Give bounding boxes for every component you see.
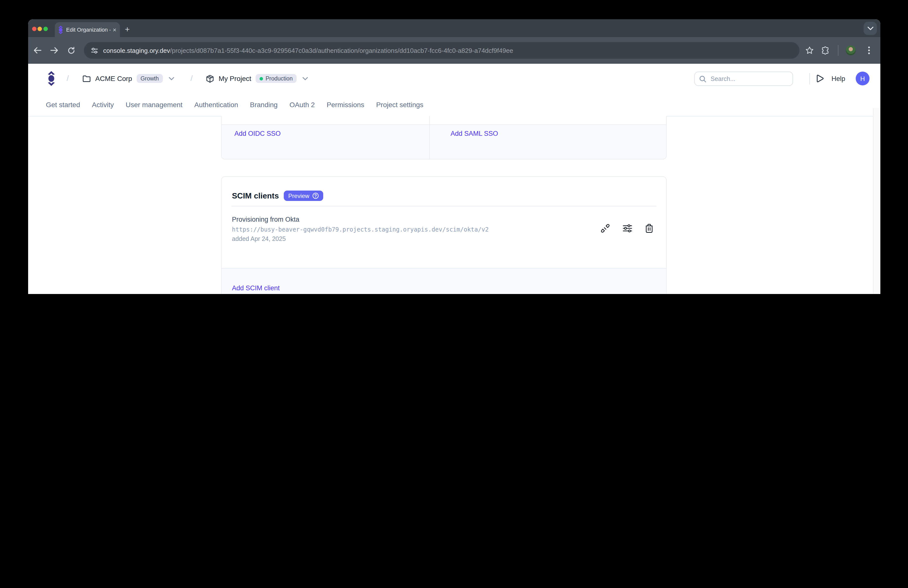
user-avatar[interactable]: H (856, 72, 869, 85)
site-settings-icon[interactable] (91, 47, 98, 53)
forward-arrow-icon (50, 47, 58, 54)
scim-card: SCIM clients Preview Provisioning from O… (221, 176, 667, 294)
ory-favicon-icon (58, 26, 63, 34)
search-input[interactable] (710, 75, 781, 83)
production-dot (259, 77, 263, 80)
ory-logo-icon (47, 71, 55, 86)
scim-card-footer: Add SCIM client (222, 268, 666, 294)
add-saml-sso-link[interactable]: Add SAML SSO (451, 130, 498, 137)
nav-item-activity[interactable]: Activity (92, 101, 114, 109)
search-box[interactable] (694, 72, 793, 86)
scim-divider (232, 206, 656, 206)
forward-button[interactable] (48, 44, 61, 57)
browser-menu-button[interactable] (863, 44, 876, 57)
scim-client-url: https://busy-beaver-gqwvd0fb79.projects.… (232, 226, 489, 233)
browser-profile-avatar[interactable] (846, 45, 856, 55)
star-icon (805, 47, 813, 54)
chevron-down-icon (867, 27, 873, 30)
chevron-down-icon (303, 77, 308, 80)
nav-item-permissions[interactable]: Permissions (327, 101, 364, 109)
sso-card-footer (222, 125, 666, 159)
browser-window: Edit Organization - Ory Console × + cons… (28, 19, 881, 294)
chevron-down-icon (169, 77, 174, 80)
puzzle-icon (821, 46, 829, 55)
add-scim-client-link[interactable]: Add SCIM client (232, 284, 280, 292)
help-link[interactable]: Help (832, 64, 845, 93)
nav-item-oauth2[interactable]: OAuth 2 (290, 101, 315, 109)
tab-title: Edit Organization - Ory Console (66, 27, 111, 32)
nav-item-user-management[interactable]: User management (126, 101, 182, 109)
project-switcher[interactable]: My Project Production (206, 64, 308, 93)
tab-strip: Edit Organization - Ory Console × + (28, 19, 881, 37)
add-oidc-sso-link[interactable]: Add OIDC SSO (234, 130, 281, 137)
url-domain: console.staging.ory.dev (103, 47, 170, 54)
close-tab-icon[interactable]: × (113, 26, 116, 33)
kebab-menu-icon (868, 47, 870, 54)
new-tab-button[interactable]: + (121, 23, 134, 36)
screenshot-stage: Edit Organization - Ory Console × + cons… (0, 0, 908, 294)
url-path: /projects/d087b7a1-55f3-440c-a3c9-929564… (170, 47, 513, 54)
zoom-window-button[interactable] (43, 27, 48, 31)
configure-icon[interactable] (623, 224, 632, 233)
nav-item-authentication[interactable]: Authentication (195, 101, 238, 109)
minimize-window-button[interactable] (37, 27, 42, 31)
scim-client-name: Provisioning from Okta (232, 216, 299, 223)
nav-item-branding[interactable]: Branding (250, 101, 278, 109)
bookmark-button[interactable] (803, 44, 816, 57)
trash-icon[interactable] (645, 224, 654, 233)
project-nav: Get started Activity User management Aut… (46, 93, 423, 116)
console-header: / ACME Corp Growth / My Project Producti… (28, 64, 881, 93)
project-name: My Project (219, 74, 251, 82)
reload-button[interactable] (64, 44, 77, 57)
workspace-plan-badge: Growth (137, 74, 163, 83)
scim-client-added: added Apr 24, 2025 (232, 235, 286, 242)
project-env-badge: Production (256, 74, 296, 83)
sso-column-divider (429, 116, 430, 159)
address-bar[interactable]: console.staging.ory.dev /projects/d087b7… (84, 42, 799, 59)
workspace-name: ACME Corp (95, 74, 132, 82)
run-tour-button[interactable] (816, 64, 824, 93)
package-icon (206, 74, 214, 83)
help-circle-icon (312, 193, 319, 199)
toolbar-divider (838, 45, 839, 56)
tab-search-button[interactable] (864, 22, 877, 35)
sso-footer-divider (222, 124, 666, 125)
extensions-button[interactable] (819, 44, 832, 57)
preview-badge[interactable]: Preview (284, 190, 323, 201)
sso-card: Add OIDC SSO Add SAML SSO (221, 116, 667, 159)
breadcrumb-separator: / (190, 64, 193, 93)
scim-card-title: SCIM clients (232, 191, 279, 200)
play-icon (816, 74, 824, 83)
folder-icon (82, 75, 91, 82)
header-divider (809, 73, 810, 84)
search-icon (699, 75, 706, 82)
nav-item-get-started[interactable]: Get started (46, 101, 80, 109)
reload-icon (68, 47, 75, 54)
back-button[interactable] (31, 44, 44, 57)
close-window-button[interactable] (32, 27, 37, 31)
breadcrumb-separator: / (67, 64, 69, 93)
browser-tab[interactable]: Edit Organization - Ory Console × (55, 22, 120, 37)
workspace-switcher[interactable]: ACME Corp Growth (82, 64, 174, 93)
ory-logo[interactable] (47, 64, 55, 93)
page-scrollbar[interactable] (873, 108, 881, 294)
back-arrow-icon (34, 47, 42, 54)
connection-test-icon[interactable] (601, 224, 610, 233)
console-page: / ACME Corp Growth / My Project Producti… (28, 64, 881, 294)
nav-item-project-settings[interactable]: Project settings (376, 101, 423, 109)
